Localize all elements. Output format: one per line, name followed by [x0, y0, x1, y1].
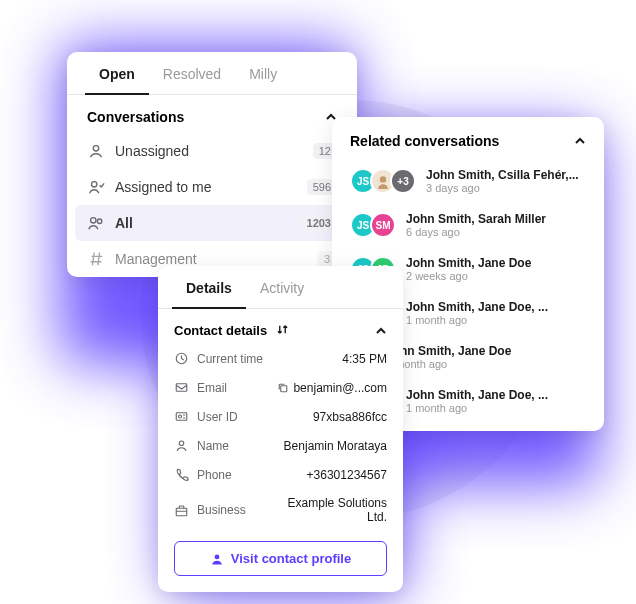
person-icon	[87, 142, 105, 160]
related-time: 3 days ago	[426, 182, 586, 194]
visit-profile-button[interactable]: Visit contact profile	[174, 541, 387, 576]
field-value: 4:35 PM	[275, 352, 387, 366]
tab-milly[interactable]: Milly	[235, 52, 291, 94]
field-icon	[174, 503, 189, 518]
avatar-stack: JSSM	[350, 212, 396, 238]
field-label: Phone	[197, 468, 275, 482]
sort-icon[interactable]	[277, 324, 288, 335]
details-panel: Details Activity Contact details Current…	[158, 266, 403, 592]
field-label: Email	[197, 381, 275, 395]
related-names: John Smith, Jane Doe	[386, 344, 586, 358]
field-value: +36301234567	[275, 468, 387, 482]
related-time: 1 month ago	[386, 358, 586, 370]
details-tabs: Details Activity	[158, 266, 403, 309]
contact-field: User ID 97xbsa886fcc	[158, 402, 403, 431]
list-item-label: Unassigned	[115, 143, 313, 159]
field-icon	[174, 438, 189, 453]
chevron-up-icon	[375, 325, 387, 337]
conversations-header[interactable]: Conversations	[67, 95, 357, 133]
svg-point-1	[92, 182, 97, 187]
person-icon	[210, 552, 224, 566]
inbox-tabs: Open Resolved Milly	[67, 52, 357, 95]
field-icon	[174, 467, 189, 482]
copy-icon[interactable]	[277, 382, 289, 394]
hash-icon	[87, 250, 105, 268]
related-time: 2 weeks ago	[406, 270, 586, 282]
field-label: Current time	[197, 352, 275, 366]
field-label: User ID	[197, 410, 275, 424]
field-value: benjamin@...com	[275, 381, 387, 395]
contact-field: Email benjamin@...com	[158, 373, 403, 402]
list-item-label: Assigned to me	[115, 179, 307, 195]
field-icon	[174, 409, 189, 424]
svg-point-4	[380, 176, 386, 182]
svg-rect-7	[281, 385, 287, 391]
related-item[interactable]: JSSMJohn Smith, Sarah Miller6 days ago	[332, 203, 604, 247]
svg-point-12	[214, 554, 219, 559]
section-title: Conversations	[87, 109, 184, 125]
related-time: 1 month ago	[406, 402, 586, 414]
related-time: 1 month ago	[406, 314, 586, 326]
svg-point-9	[179, 415, 182, 418]
contact-details-header[interactable]: Contact details	[158, 309, 403, 344]
related-header[interactable]: Related conversations	[332, 117, 604, 159]
related-names: John Smith, Jane Doe	[406, 256, 586, 270]
section-title: Contact details	[174, 323, 267, 338]
related-names: John Smith, Jane Doe, ...	[406, 300, 586, 314]
contact-field: Current time 4:35 PM	[158, 344, 403, 373]
svg-point-0	[93, 146, 98, 151]
field-value: 97xbsa886fcc	[275, 410, 387, 424]
svg-rect-6	[176, 384, 187, 392]
field-label: Name	[197, 439, 275, 453]
list-item-label: Management	[115, 251, 317, 267]
section-title: Related conversations	[350, 133, 499, 149]
related-names: John Smith, Sarah Miller	[406, 212, 586, 226]
svg-point-3	[97, 219, 102, 224]
related-names: John Smith, Csilla Fehér,...	[426, 168, 586, 182]
field-value: Benjamin Morataya	[275, 439, 387, 453]
related-item[interactable]: JS+3John Smith, Csilla Fehér,...3 days a…	[332, 159, 604, 203]
people-icon	[87, 214, 105, 232]
tab-activity[interactable]: Activity	[246, 266, 318, 308]
chevron-up-icon	[574, 135, 586, 147]
related-names: John Smith, Jane Doe, ...	[406, 388, 586, 402]
avatar-overflow: +3	[390, 168, 416, 194]
field-icon	[174, 351, 189, 366]
related-time: 6 days ago	[406, 226, 586, 238]
field-icon	[174, 380, 189, 395]
tab-resolved[interactable]: Resolved	[149, 52, 235, 94]
svg-rect-11	[176, 508, 187, 516]
sidebar-item-assigned[interactable]: Assigned to me 596	[67, 169, 357, 205]
sidebar-item-all[interactable]: All 1203	[75, 205, 349, 241]
contact-field: Name Benjamin Morataya	[158, 431, 403, 460]
contact-field: Phone +36301234567	[158, 460, 403, 489]
tab-open[interactable]: Open	[85, 52, 149, 94]
field-value: Example Solutions Ltd.	[275, 496, 387, 524]
tab-details[interactable]: Details	[172, 266, 246, 308]
conversations-panel: Open Resolved Milly Conversations Unassi…	[67, 52, 357, 277]
field-label: Business	[197, 503, 275, 517]
list-item-label: All	[115, 215, 301, 231]
svg-point-10	[179, 441, 184, 446]
avatar-stack: JS+3	[350, 168, 416, 194]
person-check-icon	[87, 178, 105, 196]
svg-point-2	[91, 218, 96, 223]
contact-field: Business Example Solutions Ltd.	[158, 489, 403, 531]
sidebar-item-unassigned[interactable]: Unassigned 12	[67, 133, 357, 169]
avatar: SM	[370, 212, 396, 238]
button-label: Visit contact profile	[231, 551, 351, 566]
